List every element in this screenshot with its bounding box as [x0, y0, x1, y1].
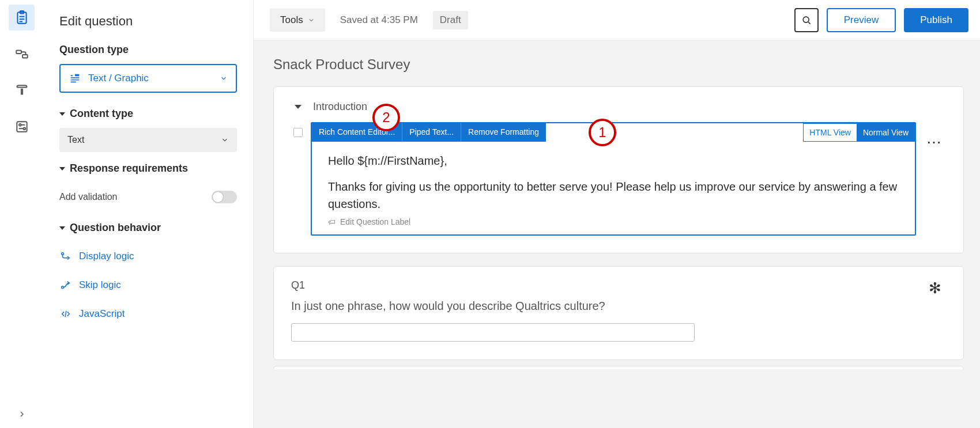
svg-point-9	[803, 17, 809, 22]
rail-options-icon[interactable]	[9, 113, 35, 139]
text-graphic-icon	[69, 72, 81, 85]
svg-point-6	[23, 127, 25, 130]
panel-title: Edit question	[59, 14, 237, 29]
svg-rect-3	[22, 55, 28, 58]
question-settings-panel: Edit question Question type Text / Graph…	[43, 0, 254, 428]
rail-expand-icon[interactable]	[0, 410, 43, 419]
q1-id: Q1	[291, 279, 946, 291]
javascript-link[interactable]: JavaScript	[59, 300, 237, 328]
search-button[interactable]	[794, 8, 819, 32]
required-star-icon: ✻	[929, 279, 941, 297]
chevron-down-icon	[220, 74, 228, 82]
left-icon-rail	[0, 0, 43, 428]
q1-answer-input[interactable]	[291, 323, 695, 342]
top-bar: Tools Saved at 4:35 PM Draft Preview Pub…	[254, 0, 980, 40]
tools-button[interactable]: Tools	[270, 9, 325, 32]
rail-look-icon[interactable]	[9, 77, 35, 103]
add-validation-label: Add validation	[59, 192, 118, 202]
add-validation-row: Add validation	[59, 183, 237, 211]
publish-button[interactable]: Publish	[904, 8, 968, 32]
callout-2: 2	[372, 104, 400, 131]
svg-point-5	[18, 123, 21, 126]
skip-logic-icon	[59, 279, 72, 291]
tag-icon: 🏷	[328, 218, 336, 226]
question-q1[interactable]: Q1 ✻ In just one phrase, how would you d…	[273, 266, 964, 360]
intro-text-line2[interactable]: Thanks for giving us the opportunity to …	[328, 178, 899, 213]
response-req-header[interactable]: Response requirements	[59, 162, 237, 175]
next-question-peek	[273, 366, 964, 369]
skip-logic-link[interactable]: Skip logic	[59, 271, 237, 300]
rail-flow-icon[interactable]	[9, 41, 35, 67]
search-icon	[801, 14, 812, 26]
content-type-select[interactable]: Text	[59, 128, 237, 152]
display-logic-icon	[59, 250, 72, 263]
question-type-value: Text / Graphic	[88, 73, 149, 84]
chevron-down-icon	[308, 17, 315, 24]
svg-rect-4	[17, 122, 27, 131]
intro-question-selected[interactable]: Rich Content Editor... Piped Text... Rem…	[311, 122, 916, 236]
draft-badge: Draft	[433, 11, 468, 29]
html-view-tab[interactable]: HTML View	[803, 123, 857, 142]
caret-down-icon	[59, 226, 65, 230]
block-introduction: Introduction Rich Content Editor... Pipe…	[273, 86, 964, 253]
content-type-header[interactable]: Content type	[59, 108, 237, 120]
preview-button[interactable]: Preview	[827, 8, 896, 32]
question-actions-menu[interactable]: ⋯	[916, 122, 946, 151]
code-icon	[59, 308, 72, 320]
q1-text: In just one phrase, how would you descri…	[291, 300, 946, 313]
display-logic-link[interactable]: Display logic	[59, 242, 237, 271]
caret-down-icon	[59, 167, 65, 171]
normal-view-tab[interactable]: Normal View	[857, 123, 915, 142]
caret-down-icon	[59, 112, 65, 116]
edit-question-label[interactable]: 🏷 Edit Question Label	[328, 217, 899, 226]
svg-rect-2	[16, 50, 21, 53]
rail-survey-icon[interactable]	[9, 5, 35, 31]
add-validation-toggle[interactable]	[212, 191, 237, 203]
svg-point-7	[62, 253, 64, 255]
survey-canvas: Snack Product Survey Introduction Rich C…	[254, 40, 980, 428]
intro-text-line1[interactable]: Hello ${m://FirstName},	[328, 152, 899, 169]
content-type-value: Text	[67, 135, 84, 145]
qtype-section-label: Question type	[59, 44, 237, 56]
question-checkbox[interactable]	[293, 128, 303, 137]
piped-text-tab[interactable]: Piped Text...	[402, 123, 461, 142]
saved-status: Saved at 4:35 PM	[340, 14, 418, 26]
block-name: Introduction	[313, 101, 367, 113]
remove-formatting-tab[interactable]: Remove Formatting	[461, 123, 546, 142]
callout-1: 1	[589, 119, 616, 146]
question-behavior-header[interactable]: Question behavior	[59, 222, 237, 234]
chevron-down-icon	[221, 136, 229, 144]
question-type-select[interactable]: Text / Graphic	[59, 64, 237, 93]
svg-point-8	[62, 286, 64, 289]
caret-down-icon	[295, 105, 301, 109]
survey-title: Snack Product Survey	[273, 56, 964, 73]
